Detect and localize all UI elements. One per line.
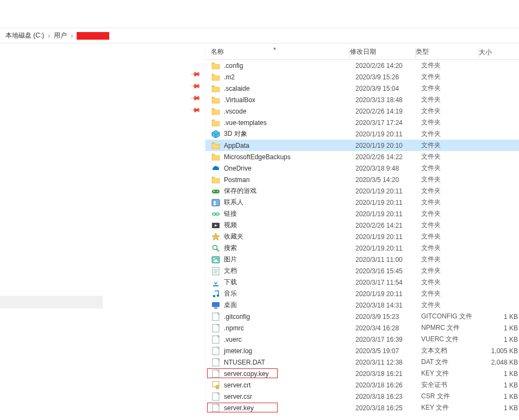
file-name: 联系人: [224, 198, 355, 207]
breadcrumb-item[interactable]: 本地磁盘 (C:): [3, 31, 46, 40]
file-row[interactable]: server.csr2020/3/18 16:23CSR 文件1 KB: [205, 391, 519, 402]
file-date: 2020/1/19 20:11: [355, 199, 421, 206]
file-row[interactable]: .npmrc2020/3/4 16:28NPMRC 文件1 KB: [205, 322, 519, 334]
file-name: .vue-templates: [224, 119, 355, 127]
folder-row[interactable]: 联系人2020/1/19 20:11文件夹: [205, 197, 519, 208]
svg-rect-27: [212, 302, 220, 307]
file-date: 2020/3/16 15:45: [355, 267, 421, 275]
navigation-pane[interactable]: 📌 📌 📌 📌: [0, 46, 205, 417]
pin-icon: 📌: [191, 69, 200, 78]
folder-row[interactable]: Postman2020/3/5 14:20文件夹: [205, 174, 519, 185]
file-date: 2020/3/18 16:25: [355, 404, 421, 412]
file-type: 文件夹: [421, 129, 484, 139]
folder-row[interactable]: 链接2020/1/19 20:11文件夹: [205, 208, 519, 220]
file-type: 文件夹: [421, 255, 484, 264]
folder-row[interactable]: 图片2020/3/11 11:00文件夹: [205, 254, 519, 265]
file-date: 2020/2/26 14:21: [355, 222, 421, 229]
file-type: 文件夹: [421, 152, 484, 161]
breadcrumb-item-redacted[interactable]: [74, 32, 111, 40]
folder-row[interactable]: .config2020/2/26 14:20文件夹: [205, 60, 519, 71]
file-type: 文件夹: [421, 118, 484, 127]
folder-row[interactable]: 保存的游戏2020/1/19 20:11文件夹: [205, 185, 519, 197]
file-name: OneDrive: [224, 165, 355, 172]
file-row[interactable]: server.copy.key2020/3/18 16:21KEY 文件1 KB: [205, 368, 519, 379]
folder-row[interactable]: .vue-templates2020/3/17 17:24文件夹: [205, 117, 519, 128]
file-date: 2020/3/4 16:28: [355, 324, 421, 332]
gamepad-icon: [211, 187, 221, 196]
file-date: 2020/3/18 14:31: [355, 302, 421, 309]
file-date: 2020/3/17 11:54: [355, 279, 421, 286]
file-row[interactable]: NTUSER.DAT2020/3/11 12:38DAT 文件2,048 KB: [205, 356, 519, 368]
column-header-name[interactable]: 名称: [205, 47, 350, 58]
file-icon: [211, 358, 221, 367]
file-type: 文件夹: [421, 141, 484, 150]
folder-row[interactable]: MicrosoftEdgeBackups2020/2/26 14:22文件夹: [205, 151, 519, 162]
folder-row[interactable]: 收藏夹2020/1/19 20:11文件夹: [205, 231, 519, 242]
pin-icon: 📌: [191, 81, 200, 90]
file-name: 保存的游戏: [224, 186, 355, 196]
file-size: 1 KB: [484, 324, 518, 332]
svg-rect-5: [214, 190, 215, 192]
folder-row[interactable]: AppData2020/1/19 20:10文件夹: [205, 140, 519, 151]
file-type: 文件夹: [421, 232, 484, 241]
file-name: server.copy.key: [224, 370, 355, 378]
folder-icon: [211, 153, 221, 161]
folder-row[interactable]: 视频2020/2/26 14:21文件夹: [205, 220, 519, 231]
file-date: 2020/3/9 15:04: [355, 85, 421, 92]
column-headers[interactable]: ▴ 名称 修改日期 类型 大小: [205, 46, 519, 60]
file-type: 文件夹: [421, 95, 484, 104]
folder-row[interactable]: .VirtualBox2020/3/13 18:48文件夹: [205, 94, 519, 105]
breadcrumb-item[interactable]: 用户: [52, 31, 69, 40]
folder-row[interactable]: 搜索2020/1/19 20:11文件夹: [205, 242, 519, 254]
file-date: 2020/1/19 20:11: [355, 187, 421, 195]
star-icon: [211, 233, 221, 241]
file-date: 2020/3/5 14:20: [355, 176, 421, 184]
file-row[interactable]: .vuerc2020/3/17 16:39VUERC 文件1 KB: [205, 334, 519, 345]
svg-rect-8: [214, 203, 216, 205]
folder-row[interactable]: 3D 对象2020/1/19 20:11文件夹: [205, 128, 519, 140]
folder-icon: [211, 118, 221, 127]
file-name: 收藏夹: [224, 232, 355, 241]
folder-row[interactable]: 下载2020/3/17 11:54文件夹: [205, 277, 519, 288]
svg-rect-24: [213, 285, 218, 286]
column-header-date[interactable]: 修改日期: [350, 47, 416, 58]
file-type: KEY 文件: [421, 403, 484, 412]
file-row[interactable]: server.key2020/3/18 16:25KEY 文件1 KB: [205, 402, 519, 413]
folder-row[interactable]: 音乐2020/1/19 20:11文件夹: [205, 288, 519, 299]
folder-icon: [211, 175, 221, 184]
file-name: server.csr: [224, 393, 355, 400]
svg-rect-10: [216, 213, 219, 215]
file-type: CSR 文件: [421, 392, 484, 401]
sidebar-divider: [0, 296, 103, 309]
file-date: 2020/1/19 20:10: [355, 142, 421, 149]
file-type: 文件夹: [421, 61, 484, 70]
column-header-type[interactable]: 类型: [416, 47, 479, 58]
folder-icon: [211, 107, 221, 116]
folder-row[interactable]: .vscode2020/2/26 14:19文件夹: [205, 105, 519, 117]
file-list[interactable]: ▴ 名称 修改日期 类型 大小 .config2020/2/26 14:20文件…: [205, 46, 519, 417]
image-icon: [211, 255, 221, 264]
file-date: 2020/3/9 15:26: [355, 73, 421, 81]
svg-point-26: [217, 294, 220, 297]
svg-rect-2: [212, 190, 220, 193]
file-row[interactable]: .gitconfig2020/3/9 15:23GITCONFIG 文件1 KB: [205, 311, 519, 322]
file-type: DAT 文件: [421, 358, 484, 367]
folder-row[interactable]: .scalaide2020/3/9 15:04文件夹: [205, 83, 519, 94]
file-type: 文件夹: [421, 84, 484, 93]
file-date: 2020/2/26 14:20: [355, 62, 421, 70]
file-name: .scalaide: [224, 85, 355, 92]
file-row[interactable]: server.crt2020/3/18 16:26安全证书1 KB: [205, 379, 519, 391]
file-type: KEY 文件: [421, 369, 484, 378]
file-name: .npmrc: [224, 324, 355, 332]
file-type: 文件夹: [421, 243, 484, 253]
file-name: .vuerc: [224, 336, 355, 343]
column-header-size[interactable]: 大小: [479, 48, 511, 57]
folder-row[interactable]: .m22020/3/9 15:26文件夹: [205, 71, 519, 83]
onedrive-icon: [211, 164, 221, 173]
file-row[interactable]: jmeter.log2020/3/5 19:07文本文档1,005 KB: [205, 345, 519, 356]
folder-row[interactable]: OneDrive2020/3/18 9:48文件夹: [205, 162, 519, 174]
folder-row[interactable]: 文档2020/3/16 15:45文件夹: [205, 265, 519, 277]
folder-row[interactable]: 桌面2020/3/18 14:31文件夹: [205, 299, 519, 311]
breadcrumb[interactable]: 本地磁盘 (C:) › 用户 ›: [0, 28, 519, 43]
file-type: 文件夹: [421, 198, 484, 207]
